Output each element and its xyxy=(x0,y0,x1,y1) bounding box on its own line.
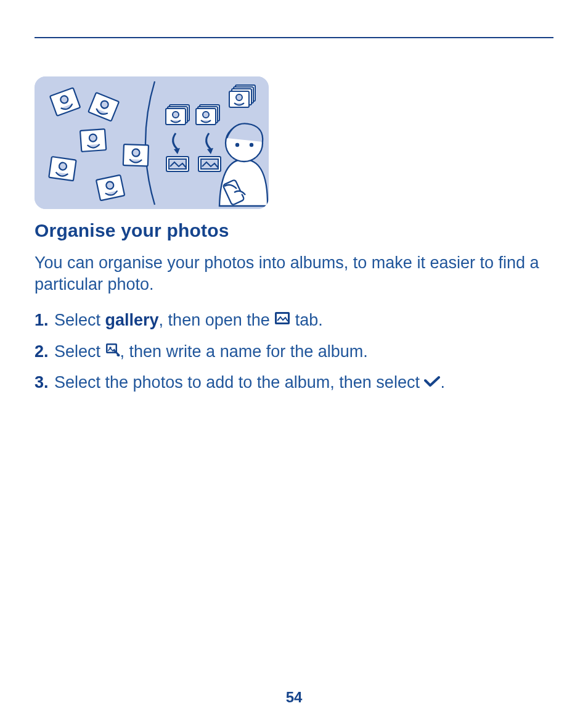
step-body: Select , then write a name for the album… xyxy=(54,341,553,363)
section-intro: You can organise your photos into albums… xyxy=(35,252,553,295)
step-text: . xyxy=(440,373,445,392)
step-text: Select the photos to add to the album, t… xyxy=(54,373,424,392)
step-item: 1. Select gallery, then open the tab. xyxy=(35,310,553,332)
svg-point-10 xyxy=(132,149,139,156)
svg-point-20 xyxy=(203,112,209,118)
page-number: 54 xyxy=(0,689,588,706)
gallery-label: gallery xyxy=(105,311,159,329)
step-text: , then write a name for the album. xyxy=(120,342,368,361)
manual-page: Organise your photos You can organise yo… xyxy=(0,0,588,727)
step-number: 3. xyxy=(35,372,54,393)
step-text: Select xyxy=(54,311,105,329)
steps-list: 1. Select gallery, then open the tab. 2.… xyxy=(35,310,553,394)
svg-point-34 xyxy=(250,143,253,147)
svg-point-16 xyxy=(173,112,179,118)
new-album-icon xyxy=(105,340,120,362)
svg-point-25 xyxy=(236,94,242,101)
step-item: 3. Select the photos to add to the album… xyxy=(35,372,553,394)
step-number: 1. xyxy=(35,310,54,331)
section-title: Organise your photos xyxy=(35,220,553,241)
done-check-icon xyxy=(424,371,440,393)
step-body: Select the photos to add to the album, t… xyxy=(54,372,553,394)
svg-point-33 xyxy=(235,143,239,147)
svg-point-8 xyxy=(89,134,97,142)
step-number: 2. xyxy=(35,341,54,363)
step-text: tab. xyxy=(290,311,323,329)
svg-point-6 xyxy=(59,162,67,171)
step-body: Select gallery, then open the tab. xyxy=(54,310,553,332)
header-rule xyxy=(35,37,553,38)
step-text: Select xyxy=(54,342,105,361)
organise-photos-illustration xyxy=(35,76,269,209)
svg-point-12 xyxy=(105,181,114,189)
image-tab-icon xyxy=(274,309,290,331)
step-item: 2. Select , then write a name for the al… xyxy=(35,341,553,363)
step-text: , then open the xyxy=(159,311,275,329)
